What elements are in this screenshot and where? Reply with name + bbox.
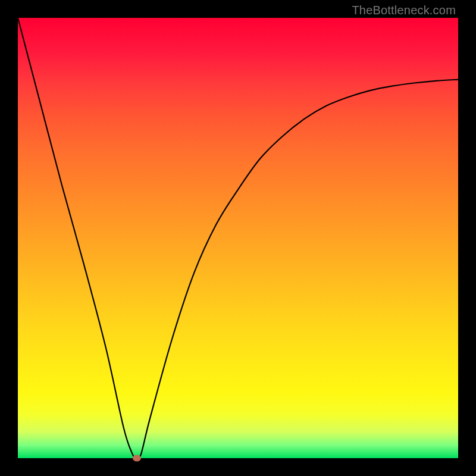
bottleneck-curve [18,18,458,458]
plot-area [18,18,458,458]
curve-svg [18,18,458,458]
optimal-point-marker [133,455,141,462]
watermark-text: TheBottleneck.com [352,4,456,17]
chart-container: TheBottleneck.com [0,0,476,476]
